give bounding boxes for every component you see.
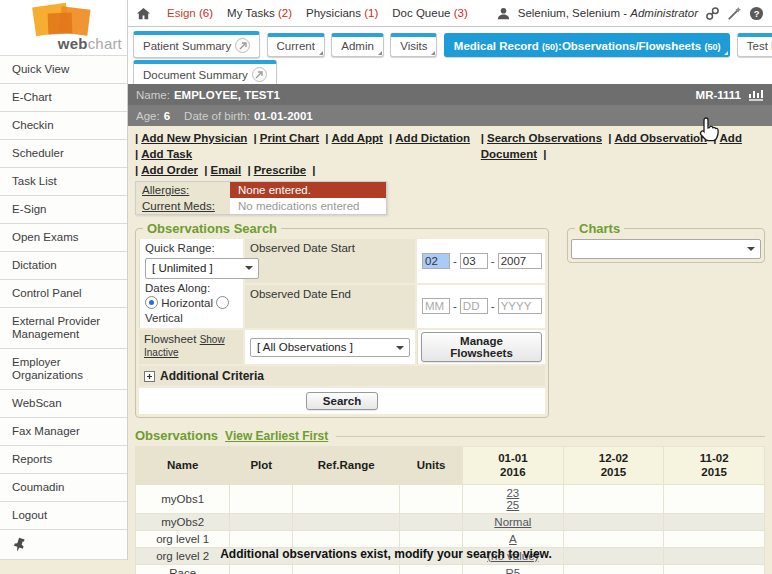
obs-name: myObs1 <box>136 484 230 513</box>
top-navigation-bar: Esign (6) My Tasks (2) Physicians (1) Do… <box>128 0 772 27</box>
end-year-input[interactable] <box>498 298 542 314</box>
table-row: Race R5 <box>136 564 765 574</box>
tab-visits[interactable]: Visits <box>390 33 437 57</box>
table-row: myObs2 Normal <box>136 513 765 530</box>
tab-patient-summary[interactable]: Patient Summary <box>133 31 260 58</box>
obs-value-link[interactable]: 25 <box>506 499 519 511</box>
nav-esign[interactable]: Esign (6) <box>167 7 213 19</box>
age-label: Age: <box>136 110 160 122</box>
flowsheet-label-cell: Flowsheet Show Inactive <box>139 330 243 364</box>
action-add-dictation[interactable]: Add Dictation <box>395 132 470 144</box>
start-month-input[interactable] <box>422 253 450 269</box>
action-print-chart[interactable]: Print Chart <box>260 132 319 144</box>
nav-doc-queue[interactable]: Doc Queue (3) <box>392 7 467 19</box>
obs-name: org level 1 <box>136 530 230 547</box>
charts-select[interactable] <box>571 239 761 259</box>
popout-icon[interactable] <box>252 67 267 82</box>
help-icon[interactable]: ? <box>749 6 764 21</box>
obs-value-link[interactable]: 23 <box>506 487 519 499</box>
quick-range-label: Quick Range: <box>145 241 238 256</box>
flowsheet-select[interactable]: [ All Observations ] <box>250 338 410 357</box>
user-icon <box>496 6 511 21</box>
sidebar-item-open-exams[interactable]: Open Exams <box>0 224 127 252</box>
action-search-observations[interactable]: Search Observations <box>487 132 602 144</box>
tab-label: Medical Record (50):Observations/Flowshe… <box>454 40 721 52</box>
obs-value-link[interactable]: R5 <box>506 567 521 574</box>
allergies-link[interactable]: Allergies: <box>142 184 189 196</box>
sidebar-item-checkin[interactable]: Checkin <box>0 112 127 140</box>
sidebar-item-scheduler[interactable]: Scheduler <box>0 140 127 168</box>
additional-observations-message: Additional observations exist, modify yo… <box>0 547 772 561</box>
action-prescribe[interactable]: Prescribe <box>254 164 306 176</box>
start-day-input[interactable] <box>460 253 488 269</box>
sidebar-item-logout[interactable]: Logout <box>0 502 127 530</box>
sidebar-item-e-chart[interactable]: E-Chart <box>0 84 127 112</box>
action-add-order[interactable]: Add Order <box>141 164 198 176</box>
tab-menu-caret-icon <box>378 51 382 55</box>
link-icon[interactable] <box>705 6 720 21</box>
home-button[interactable] <box>136 6 151 21</box>
manage-flowsheets-button[interactable]: Manage Flowsheets <box>421 332 542 362</box>
sidebar-item-dictation[interactable]: Dictation <box>0 252 127 280</box>
quick-range-panel: Quick Range: [ Unlimited ] Dates Along: … <box>139 239 243 328</box>
patient-name: EMPLOYEE, TEST1 <box>174 89 280 101</box>
popout-icon[interactable] <box>235 38 250 53</box>
tab-current[interactable]: Current <box>267 33 325 57</box>
action-add-appt[interactable]: Add Appt <box>332 132 383 144</box>
action-add-task[interactable]: Add Task <box>141 148 192 160</box>
patient-header-row1: Name: EMPLOYEE, TEST1 MR-1111 <box>128 84 772 105</box>
tab-menu-caret-icon <box>319 51 323 55</box>
sidebar-item-quick-view[interactable]: Quick View <box>0 55 127 84</box>
webchart-logo[interactable]: webchart <box>0 0 127 55</box>
action-add-new-physician[interactable]: Add New Physician <box>141 132 247 144</box>
observations-search-title: Observations Search <box>143 221 281 236</box>
action-email[interactable]: Email <box>211 164 242 176</box>
sidebar-item-fax-manager[interactable]: Fax Manager <box>0 418 127 446</box>
dates-along-vertical-radio[interactable] <box>216 296 229 309</box>
view-earliest-first-link[interactable]: View Earliest First <box>225 429 328 443</box>
obs-value-link[interactable]: Normal <box>494 516 531 528</box>
nav-physicians[interactable]: Physicians (1) <box>306 7 378 19</box>
tab-medical-record-observations[interactable]: Medical Record (50):Observations/Flowshe… <box>444 33 731 57</box>
obs-name: myObs2 <box>136 513 230 530</box>
additional-criteria-toggle[interactable]: Additional Criteria <box>139 366 545 386</box>
sidebar-item-webscan[interactable]: WebScan <box>0 390 127 418</box>
allergies-value: None entered. <box>230 182 386 198</box>
logo-wordmark: webchart <box>58 35 122 52</box>
sidebar-item-task-list[interactable]: Task List <box>0 168 127 196</box>
sidebar-item-coumadin[interactable]: Coumadin <box>0 474 127 502</box>
col-header-refrange: Ref.Range <box>293 447 400 485</box>
current-meds-link[interactable]: Current Meds: <box>142 200 215 212</box>
current-user[interactable]: Selenium, Selenium - Administrator <box>518 7 698 19</box>
end-month-input[interactable] <box>422 298 450 314</box>
sidebar-item-e-sign[interactable]: E-Sign <box>0 196 127 224</box>
wand-icon[interactable] <box>727 6 742 21</box>
vertical-label: Vertical <box>145 311 238 326</box>
action-add-observation[interactable]: Add Observation <box>614 132 707 144</box>
patient-dob: 01-01-2001 <box>254 110 313 122</box>
dates-along-label: Dates Along: <box>145 281 238 296</box>
tab-label: Visits <box>400 40 427 52</box>
col-header-date-2: 12-022015 <box>563 447 664 485</box>
sidebar-item-external-provider-management[interactable]: External Provider Management <box>0 308 127 349</box>
svg-text:?: ? <box>754 9 760 19</box>
sidebar-item-reports[interactable]: Reports <box>0 446 127 474</box>
tab-document-summary[interactable]: Document Summary <box>133 60 277 87</box>
charts-panel: Charts <box>567 221 765 263</box>
end-day-input[interactable] <box>460 298 488 314</box>
col-header-plot: Plot <box>230 447 293 485</box>
nav-my-tasks[interactable]: My Tasks (2) <box>227 7 292 19</box>
chart-stats-icon[interactable] <box>748 88 764 101</box>
tab-menu-caret-icon <box>724 51 728 55</box>
sidebar-item-control-panel[interactable]: Control Panel <box>0 280 127 308</box>
quick-range-select[interactable]: [ Unlimited ] <box>145 258 259 279</box>
tab-admin[interactable]: Admin <box>331 33 384 57</box>
obs-value-link[interactable]: A <box>509 533 517 545</box>
search-button[interactable]: Search <box>306 392 378 410</box>
main-content: |Add New Physician |Print Chart |Add App… <box>128 126 772 574</box>
dates-along-horizontal-radio[interactable] <box>145 296 158 309</box>
horizontal-label: Horizontal <box>161 297 213 309</box>
start-year-input[interactable] <box>498 253 542 269</box>
sidebar-item-employer-organizations[interactable]: Employer Organizations <box>0 349 127 390</box>
tab-test-results[interactable]: Test Results <box>737 33 772 57</box>
